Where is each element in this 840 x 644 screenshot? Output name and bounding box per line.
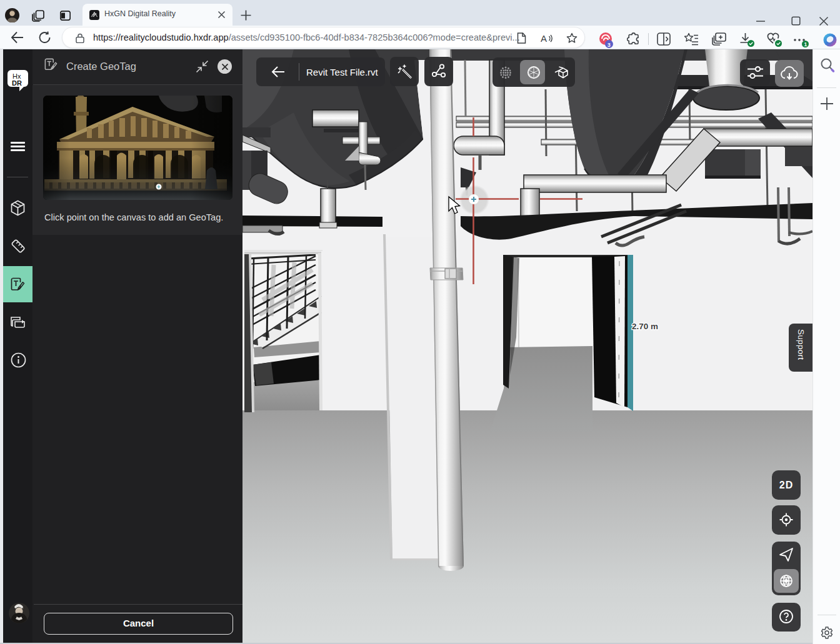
svg-text:3: 3 bbox=[608, 42, 611, 48]
svg-text:2.70 m: 2.70 m bbox=[632, 322, 658, 331]
svg-text:1: 1 bbox=[804, 41, 808, 47]
svg-text:DR: DR bbox=[12, 79, 22, 87]
svg-text:A: A bbox=[541, 33, 547, 43]
